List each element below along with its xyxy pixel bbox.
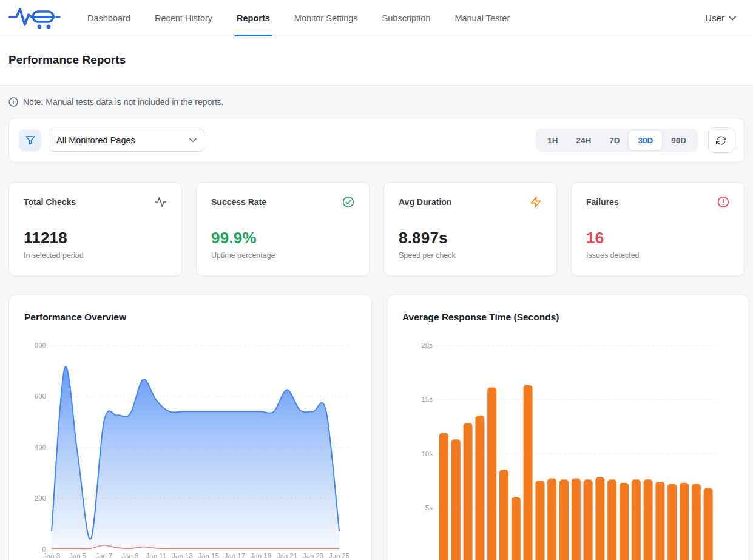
performance-overview-chart: 0200400600800Jan 3Jan 5Jan 7Jan 9Jan 11J…: [24, 334, 356, 560]
stat-sublabel: Uptime percentage: [211, 251, 354, 260]
filter-bar: All Monitored Pages 1H 24H 7D 30D 90D: [8, 118, 745, 163]
note-text: Note: Manual tests data is not included …: [23, 97, 224, 107]
svg-text:15s: 15s: [421, 396, 433, 403]
svg-text:Jan 15: Jan 15: [198, 552, 219, 559]
range-7d-button[interactable]: 7D: [600, 131, 629, 150]
page-title: Performance Reports: [8, 53, 745, 67]
refresh-icon: [716, 135, 726, 146]
svg-text:Jan 5: Jan 5: [69, 552, 86, 559]
nav-items: Dashboard Recent History Reports Monitor…: [87, 0, 510, 36]
chevron-down-icon: [729, 16, 736, 21]
stat-label: Avg Duration: [399, 197, 451, 207]
funnel-icon: [25, 135, 36, 146]
nav-item-manual-tester[interactable]: Manual Tester: [454, 0, 510, 36]
svg-text:Jan 19: Jan 19: [251, 552, 272, 559]
check-circle-icon: [342, 196, 354, 208]
chart-title: Performance Overview: [24, 311, 356, 324]
svg-text:5s: 5s: [425, 504, 433, 511]
nav-item-subscription[interactable]: Subscription: [382, 0, 431, 36]
avg-response-time-card: Average Response Time (Seconds) 20s15s10…: [387, 295, 749, 560]
stat-sublabel: Issues detected: [586, 251, 729, 260]
svg-text:10s: 10s: [421, 450, 433, 457]
stat-value: 16: [586, 229, 729, 248]
nav-item-monitor-settings[interactable]: Monitor Settings: [294, 0, 358, 36]
monitored-pages-select-value: All Monitored Pages: [56, 135, 135, 145]
avg-response-time-chart: 20s15s10s5s: [402, 334, 734, 560]
svg-text:Jan 9: Jan 9: [121, 552, 138, 559]
performance-overview-card: Performance Overview 0200400600800Jan 3J…: [8, 295, 372, 560]
svg-text:Jan 13: Jan 13: [172, 552, 193, 559]
pulse-cart-logo-icon: [8, 5, 61, 32]
stats-row: Total Checks 11218 In selected period Su…: [8, 182, 745, 276]
page-header: Performance Reports: [0, 36, 753, 86]
stat-label: Success Rate: [211, 197, 266, 207]
user-menu[interactable]: User: [705, 13, 736, 23]
range-24h-button[interactable]: 24H: [567, 131, 600, 150]
stat-value: 11218: [24, 229, 167, 248]
svg-text:Jan 21: Jan 21: [277, 552, 298, 559]
activity-icon: [155, 196, 167, 208]
info-icon: [8, 97, 18, 107]
range-1h-button[interactable]: 1H: [538, 131, 567, 150]
stat-value: 8.897s: [399, 229, 542, 248]
svg-text:20s: 20s: [421, 342, 433, 349]
svg-text:800: 800: [35, 342, 46, 349]
range-30d-button[interactable]: 30D: [629, 131, 662, 150]
stat-value: 99.9%: [211, 229, 354, 248]
svg-text:Jan 11: Jan 11: [146, 552, 167, 559]
app-logo[interactable]: [8, 5, 61, 32]
svg-text:Jan 17: Jan 17: [224, 552, 245, 559]
filter-button[interactable]: [19, 129, 41, 152]
chart-title: Average Response Time (Seconds): [402, 311, 734, 324]
monitored-pages-select[interactable]: All Monitored Pages: [49, 129, 204, 152]
stat-label: Failures: [586, 197, 619, 207]
note-banner: Note: Manual tests data is not included …: [8, 86, 745, 118]
time-range-group: 1H 24H 7D 30D 90D: [536, 129, 698, 152]
user-menu-label: User: [705, 13, 724, 23]
stat-sublabel: Speed per check: [399, 251, 542, 260]
nav-item-reports[interactable]: Reports: [237, 0, 270, 36]
svg-text:200: 200: [35, 494, 46, 502]
nav-item-dashboard[interactable]: Dashboard: [87, 0, 130, 36]
stat-card-total-checks: Total Checks 11218 In selected period: [8, 182, 182, 276]
svg-text:Jan 25: Jan 25: [329, 552, 350, 559]
chevron-down-icon: [189, 138, 197, 143]
svg-text:Jan 3: Jan 3: [43, 552, 60, 559]
nav-item-recent-history[interactable]: Recent History: [155, 0, 212, 36]
zap-icon: [530, 196, 542, 208]
charts-row: Performance Overview 0200400600800Jan 3J…: [8, 295, 745, 560]
svg-text:Jan 7: Jan 7: [95, 552, 112, 559]
stat-card-failures: Failures 16 Issues detected: [571, 182, 745, 276]
refresh-button[interactable]: [708, 127, 734, 153]
stat-label: Total Checks: [24, 197, 76, 207]
svg-text:600: 600: [35, 393, 46, 400]
range-90d-button[interactable]: 90D: [662, 131, 695, 150]
stat-card-success-rate: Success Rate 99.9% Uptime percentage: [196, 182, 370, 276]
top-navigation: Dashboard Recent History Reports Monitor…: [0, 0, 753, 36]
svg-text:Jan 23: Jan 23: [303, 552, 324, 559]
stat-card-avg-duration: Avg Duration 8.897s Speed per check: [383, 182, 557, 276]
svg-text:400: 400: [35, 444, 46, 451]
stat-sublabel: In selected period: [24, 251, 167, 260]
alert-circle-icon: [717, 196, 729, 208]
